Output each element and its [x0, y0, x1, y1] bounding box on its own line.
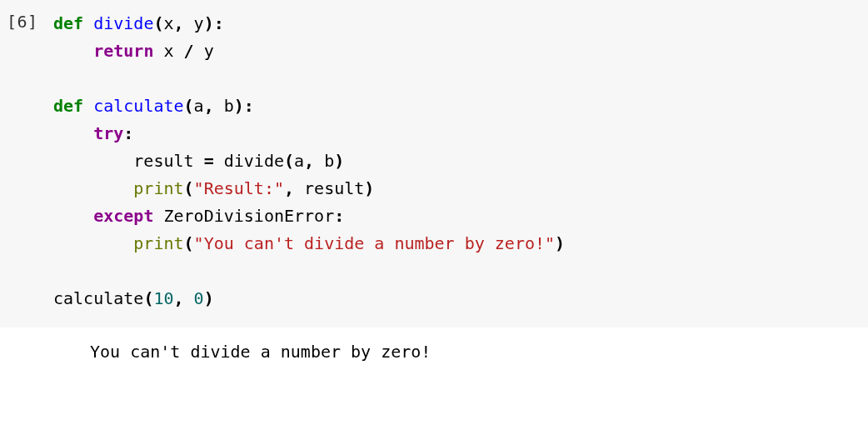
op-eq: =	[204, 151, 214, 171]
space	[194, 151, 204, 171]
indent	[53, 178, 133, 198]
colon: :	[334, 206, 344, 226]
ident-x: x	[163, 41, 173, 61]
paren-close: )	[334, 151, 344, 171]
paren-open: (	[153, 13, 163, 33]
string-zeroerr: "You can't divide a number by zero!"	[194, 233, 555, 253]
comma: ,	[204, 96, 214, 116]
func-name-divide: divide	[93, 13, 153, 33]
comma: ,	[174, 13, 184, 33]
paren-open: (	[143, 288, 153, 308]
param-x: x	[163, 13, 173, 33]
notebook-cell: [6] def divide(x, y): return x / y def c…	[0, 0, 868, 371]
keyword-def: def	[53, 13, 83, 33]
indent	[53, 151, 133, 171]
paren-open: (	[284, 151, 294, 171]
colon: :	[214, 13, 224, 33]
ident-result: result	[133, 151, 193, 171]
colon: :	[244, 96, 254, 116]
ident-y: y	[204, 41, 214, 61]
input-area: [6] def divide(x, y): return x / y def c…	[0, 0, 868, 328]
ident-result: result	[304, 178, 364, 198]
keyword-except: except	[93, 206, 153, 226]
call-divide: divide	[224, 151, 284, 171]
colon: :	[123, 123, 133, 143]
builtin-print: print	[133, 178, 183, 198]
arg-b: b	[324, 151, 334, 171]
paren-close: )	[204, 13, 214, 33]
exc-zerodivision: ZeroDivisionError	[163, 206, 334, 226]
param-y: y	[194, 13, 204, 33]
num-0: 0	[194, 288, 204, 308]
indent	[53, 233, 133, 253]
string-result: "Result:"	[194, 178, 284, 198]
stdout-text: You can't divide a number by zero!	[53, 339, 868, 364]
paren-close: )	[234, 96, 244, 116]
space	[184, 288, 194, 308]
space	[174, 41, 184, 61]
keyword-def: def	[53, 96, 83, 116]
comma: ,	[304, 151, 314, 171]
space	[314, 151, 324, 171]
op-divide: /	[184, 41, 194, 61]
indent	[53, 41, 93, 61]
func-name-calculate: calculate	[93, 96, 183, 116]
space	[153, 41, 163, 61]
paren-close: )	[364, 178, 374, 198]
space	[153, 206, 163, 226]
output-area: You can't divide a number by zero!	[0, 328, 868, 371]
num-10: 10	[153, 288, 173, 308]
paren-open: (	[184, 178, 194, 198]
param-a: a	[194, 96, 204, 116]
indent	[53, 123, 93, 143]
comma: ,	[284, 178, 294, 198]
param-b: b	[224, 96, 234, 116]
space	[214, 96, 224, 116]
paren-close: )	[204, 288, 214, 308]
keyword-try: try	[93, 123, 123, 143]
call-calculate: calculate	[53, 288, 143, 308]
paren-open: (	[184, 96, 194, 116]
paren-close: )	[555, 233, 565, 253]
builtin-print: print	[133, 233, 183, 253]
keyword-return: return	[93, 41, 153, 61]
space	[214, 151, 224, 171]
comma: ,	[174, 288, 184, 308]
arg-a: a	[294, 151, 304, 171]
space	[194, 41, 204, 61]
input-prompt: [6]	[0, 10, 53, 32]
paren-open: (	[184, 233, 194, 253]
indent	[53, 206, 93, 226]
space	[294, 178, 304, 198]
code-block[interactable]: def divide(x, y): return x / y def calcu…	[53, 10, 868, 312]
space	[184, 13, 194, 33]
